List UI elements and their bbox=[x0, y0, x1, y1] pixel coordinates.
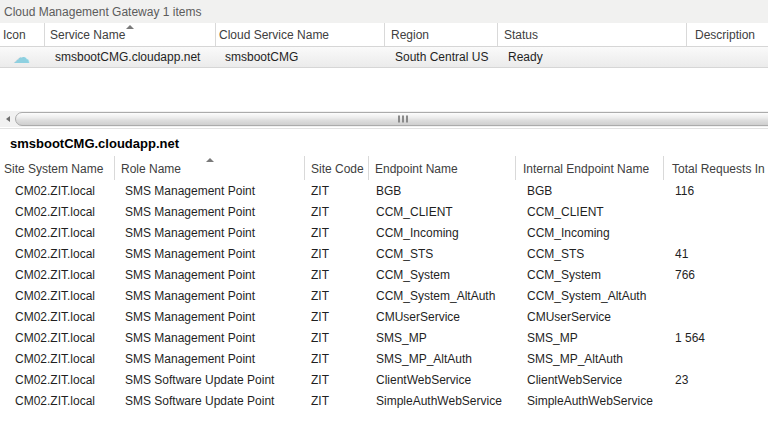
cell-region: South Central US bbox=[385, 47, 498, 67]
splitter-grip-icon bbox=[398, 116, 408, 123]
cell-role-name: SMS Management Point bbox=[115, 243, 305, 264]
table-row[interactable]: CM02.ZIT.local SMS Management Point ZIT … bbox=[0, 327, 768, 348]
cell-total-requests: 766 bbox=[664, 264, 768, 285]
column-header-internal-endpoint-name[interactable]: Internal Endpoint Name bbox=[516, 156, 664, 180]
detail-pane: smsbootCMG.cloudapp.net Site System Name… bbox=[0, 128, 768, 431]
column-header-status[interactable]: Status bbox=[498, 23, 687, 46]
cell-description bbox=[687, 47, 768, 67]
column-header-cloud-service-name[interactable]: Cloud Service Name bbox=[216, 23, 385, 46]
cell-icon: ☁ bbox=[0, 47, 45, 67]
cloud-icon: ☁ bbox=[13, 49, 30, 66]
column-header-endpoint-name[interactable]: Endpoint Name bbox=[369, 156, 516, 180]
cell-endpoint-name: ClientWebService bbox=[369, 369, 516, 390]
table-row[interactable]: CM02.ZIT.local SMS Management Point ZIT … bbox=[0, 201, 768, 222]
cell-total-requests bbox=[664, 306, 768, 327]
cell-site-system-name: CM02.ZIT.local bbox=[0, 222, 115, 243]
cell-site-code: ZIT bbox=[305, 243, 369, 264]
detail-table-header: Site System Name Role Name Site Code End… bbox=[0, 156, 768, 180]
table-row[interactable]: CM02.ZIT.local SMS Software Update Point… bbox=[0, 369, 768, 390]
scroll-left-arrow-icon bbox=[6, 116, 10, 122]
cell-total-requests bbox=[664, 285, 768, 306]
cell-site-code: ZIT bbox=[305, 285, 369, 306]
cell-site-code: ZIT bbox=[305, 306, 369, 327]
cell-role-name: SMS Management Point bbox=[115, 222, 305, 243]
cell-total-requests: 23 bbox=[664, 369, 768, 390]
cell-total-requests: 116 bbox=[664, 180, 768, 201]
cell-role-name: SMS Management Point bbox=[115, 327, 305, 348]
cell-site-code: ZIT bbox=[305, 201, 369, 222]
column-header-site-system-name[interactable]: Site System Name bbox=[0, 156, 115, 180]
cell-endpoint-name: BGB bbox=[369, 180, 516, 201]
table-row[interactable]: CM02.ZIT.local SMS Management Point ZIT … bbox=[0, 180, 768, 201]
cell-endpoint-name: CCM_System_AltAuth bbox=[369, 285, 516, 306]
table-row[interactable]: CM02.ZIT.local SMS Management Point ZIT … bbox=[0, 306, 768, 327]
column-header-role-name[interactable]: Role Name bbox=[115, 156, 305, 180]
cell-internal-endpoint-name: CCM_System_AltAuth bbox=[516, 285, 664, 306]
cell-internal-endpoint-name: SMS_MP bbox=[516, 327, 664, 348]
cell-status: Ready bbox=[498, 47, 687, 67]
cell-endpoint-name: SMS_MP_AltAuth bbox=[369, 348, 516, 369]
list-title-text: Cloud Management Gateway 1 items bbox=[4, 5, 201, 19]
cell-site-system-name: CM02.ZIT.local bbox=[0, 201, 115, 222]
column-header-description[interactable]: Description bbox=[687, 23, 768, 46]
cell-endpoint-name: CCM_System bbox=[369, 264, 516, 285]
cell-site-system-name: CM02.ZIT.local bbox=[0, 264, 115, 285]
list-title: Cloud Management Gateway 1 items bbox=[0, 0, 768, 23]
cell-internal-endpoint-name: ClientWebService bbox=[516, 369, 664, 390]
cell-site-system-name: CM02.ZIT.local bbox=[0, 327, 115, 348]
cell-site-system-name: CM02.ZIT.local bbox=[0, 243, 115, 264]
column-header-region[interactable]: Region bbox=[385, 23, 498, 46]
cell-endpoint-name: CMUserService bbox=[369, 306, 516, 327]
cell-total-requests bbox=[664, 201, 768, 222]
cell-site-code: ZIT bbox=[305, 264, 369, 285]
cell-total-requests bbox=[664, 348, 768, 369]
cell-internal-endpoint-name: CCM_System bbox=[516, 264, 664, 285]
cell-role-name: SMS Management Point bbox=[115, 201, 305, 222]
table-row[interactable]: CM02.ZIT.local SMS Management Point ZIT … bbox=[0, 222, 768, 243]
cell-internal-endpoint-name: SMS_MP_AltAuth bbox=[516, 348, 664, 369]
cmg-console-pane: Cloud Management Gateway 1 items Icon Se… bbox=[0, 0, 768, 431]
cell-site-system-name: CM02.ZIT.local bbox=[0, 390, 115, 411]
column-header-total-requests[interactable]: Total Requests In L bbox=[664, 156, 768, 180]
table-row[interactable]: CM02.ZIT.local SMS Management Point ZIT … bbox=[0, 243, 768, 264]
cell-role-name: SMS Software Update Point bbox=[115, 390, 305, 411]
cell-total-requests bbox=[664, 390, 768, 411]
sort-ascending-icon bbox=[206, 158, 214, 162]
cell-endpoint-name: SimpleAuthWebService bbox=[369, 390, 516, 411]
cell-total-requests: 41 bbox=[664, 243, 768, 264]
cell-total-requests bbox=[664, 222, 768, 243]
cell-internal-endpoint-name: BGB bbox=[516, 180, 664, 201]
cell-internal-endpoint-name: CCM_Incoming bbox=[516, 222, 664, 243]
column-header-icon[interactable]: Icon bbox=[0, 23, 45, 46]
sort-ascending-icon bbox=[126, 25, 134, 29]
scrollbar-thumb[interactable] bbox=[15, 112, 768, 126]
column-header-service-name[interactable]: Service Name bbox=[45, 23, 216, 46]
cell-total-requests: 1 564 bbox=[664, 327, 768, 348]
detail-table-body: CM02.ZIT.local SMS Management Point ZIT … bbox=[0, 180, 768, 411]
cell-internal-endpoint-name: CCM_STS bbox=[516, 243, 664, 264]
cell-role-name: SMS Software Update Point bbox=[115, 369, 305, 390]
cell-site-system-name: CM02.ZIT.local bbox=[0, 369, 115, 390]
cell-endpoint-name: CCM_Incoming bbox=[369, 222, 516, 243]
cmg-list-row[interactable]: ☁ smsbootCMG.cloudapp.net smsbootCMG Sou… bbox=[0, 46, 768, 68]
table-row[interactable]: CM02.ZIT.local SMS Management Point ZIT … bbox=[0, 285, 768, 306]
cell-site-code: ZIT bbox=[305, 390, 369, 411]
column-header-site-code[interactable]: Site Code bbox=[305, 156, 369, 180]
column-header-label: Service Name bbox=[50, 28, 125, 42]
cell-role-name: SMS Management Point bbox=[115, 285, 305, 306]
table-row[interactable]: CM02.ZIT.local SMS Management Point ZIT … bbox=[0, 264, 768, 285]
cell-cloud-service-name: smsbootCMG bbox=[216, 47, 385, 67]
table-row[interactable]: CM02.ZIT.local SMS Software Update Point… bbox=[0, 390, 768, 411]
horizontal-scrollbar[interactable] bbox=[0, 111, 768, 127]
cell-site-system-name: CM02.ZIT.local bbox=[0, 348, 115, 369]
table-row[interactable]: CM02.ZIT.local SMS Management Point ZIT … bbox=[0, 348, 768, 369]
cell-role-name: SMS Management Point bbox=[115, 264, 305, 285]
cell-role-name: SMS Management Point bbox=[115, 306, 305, 327]
column-header-label: Role Name bbox=[121, 162, 181, 176]
cell-internal-endpoint-name: SimpleAuthWebService bbox=[516, 390, 664, 411]
cell-role-name: SMS Management Point bbox=[115, 180, 305, 201]
scroll-left-button[interactable] bbox=[0, 111, 15, 127]
cell-endpoint-name: CCM_STS bbox=[369, 243, 516, 264]
cell-site-code: ZIT bbox=[305, 327, 369, 348]
cell-role-name: SMS Management Point bbox=[115, 348, 305, 369]
